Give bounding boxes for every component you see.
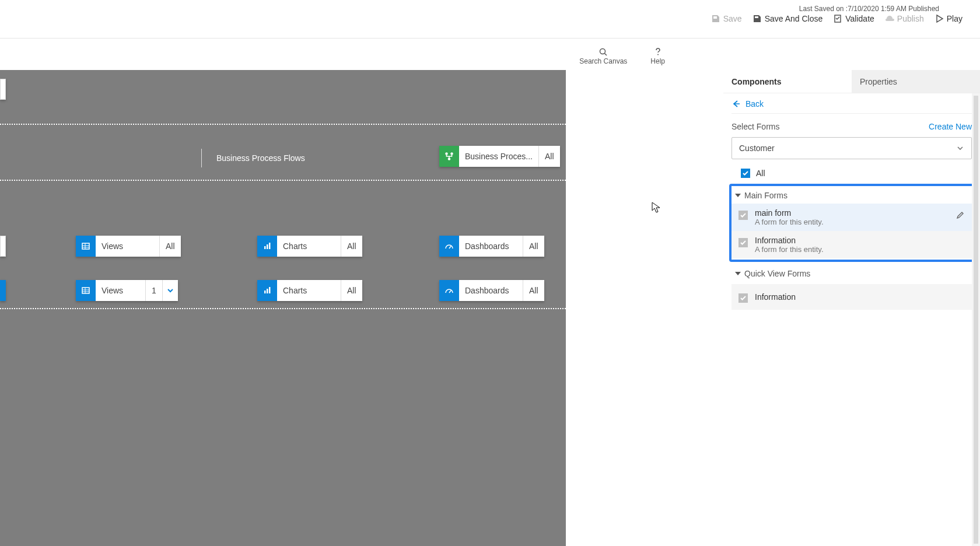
form-item-title: main form — [755, 208, 946, 218]
flow-icon — [439, 146, 459, 167]
help-label: Help — [650, 57, 665, 65]
save-label: Save — [723, 14, 742, 23]
charts-label-row2: Charts — [277, 280, 341, 301]
dashboards-tile-row2[interactable]: Dashboards All — [439, 280, 544, 301]
charts-suffix-row2[interactable]: All — [341, 280, 362, 301]
charts-tile-row1[interactable]: Charts All — [257, 236, 362, 257]
svg-rect-12 — [267, 244, 268, 249]
views-tile-row1[interactable]: Views All — [76, 236, 181, 257]
bpf-label-text: Business Process Flows — [216, 153, 305, 163]
play-label: Play — [947, 14, 963, 23]
play-icon — [935, 14, 944, 23]
checkbox-selected-disabled-icon — [738, 293, 748, 303]
form-item-desc: A form for this entity. — [755, 245, 967, 254]
dashboards-label-row2: Dashboards — [459, 280, 523, 301]
chart-icon — [257, 280, 277, 301]
charts-tile-row2[interactable]: Charts All — [257, 280, 362, 301]
secondary-bar: Search Canvas Help — [0, 42, 682, 70]
clipped-tile-top[interactable] — [0, 79, 6, 100]
svg-rect-19 — [264, 290, 266, 293]
form-item-main[interactable]: main form A form for this entity. — [732, 204, 972, 231]
search-canvas-label: Search Canvas — [579, 57, 627, 65]
top-toolbar: Save Save And Close Validate Publish Pla… — [711, 14, 963, 23]
back-label: Back — [746, 99, 764, 108]
save-button: Save — [711, 14, 742, 23]
form-item-information[interactable]: Information A form for this entity. — [732, 231, 972, 258]
table-icon — [76, 280, 96, 301]
panel-divider — [732, 113, 972, 114]
forms-dropdown[interactable]: Customer — [732, 137, 972, 159]
create-new-link[interactable]: Create New — [929, 122, 972, 131]
dashboards-tile-row1[interactable]: Dashboards All — [439, 236, 544, 257]
dashboards-suffix-row2[interactable]: All — [523, 280, 544, 301]
svg-rect-21 — [269, 287, 271, 293]
play-button[interactable]: Play — [935, 14, 963, 23]
chevron-down-icon — [956, 144, 964, 152]
right-scrollbar[interactable] — [972, 93, 980, 546]
save-and-close-label: Save And Close — [765, 14, 823, 23]
main-forms-header-label: Main Forms — [744, 191, 788, 200]
back-button[interactable]: Back — [732, 99, 972, 108]
views-label-row1: Views — [96, 236, 160, 257]
views-count-row2: 1 — [146, 280, 162, 301]
clipped-tile-row1[interactable] — [0, 236, 6, 257]
caret-down-icon — [735, 272, 741, 275]
bpf-tile[interactable]: Business Proces... All — [439, 146, 560, 167]
all-checkbox-row[interactable]: All — [741, 169, 972, 178]
search-canvas-button[interactable]: Search Canvas — [579, 47, 627, 65]
quick-view-header-label: Quick View Forms — [744, 269, 810, 278]
validate-label: Validate — [845, 14, 874, 23]
form-item-title: Information — [755, 236, 967, 245]
save-and-close-button[interactable]: Save And Close — [752, 14, 823, 23]
tab-components[interactable]: Components — [723, 70, 852, 93]
svg-rect-13 — [269, 243, 271, 249]
table-icon — [76, 236, 96, 257]
help-icon — [653, 47, 663, 57]
main-forms-header[interactable]: Main Forms — [732, 187, 972, 204]
views-suffix-row1[interactable]: All — [160, 236, 181, 257]
tab-properties[interactable]: Properties — [852, 70, 980, 93]
svg-rect-20 — [267, 289, 268, 293]
section-divider-3 — [0, 308, 566, 309]
edit-form-button[interactable] — [953, 208, 967, 222]
svg-point-1 — [600, 48, 606, 54]
canvas-area[interactable]: Business Process Flows Business Proces..… — [0, 70, 566, 546]
checkbox-selected-disabled-icon — [738, 211, 748, 220]
validate-icon — [833, 14, 842, 23]
bpf-tile-suffix[interactable]: All — [539, 146, 560, 167]
validate-button[interactable]: Validate — [833, 14, 874, 23]
select-forms-row: Select Forms Create New — [732, 122, 972, 131]
dropdown-value: Customer — [739, 144, 775, 153]
quick-view-item[interactable]: Information — [732, 284, 972, 310]
section-divider-2 — [0, 180, 566, 181]
section-divider — [0, 124, 566, 125]
views-tile-row2[interactable]: Views 1 — [76, 280, 178, 301]
status-line: Last Saved on :7/10/2020 1:59 AM Publish… — [799, 5, 939, 13]
svg-rect-7 — [82, 243, 89, 249]
all-label: All — [756, 169, 765, 178]
svg-line-14 — [449, 246, 451, 249]
svg-line-2 — [605, 53, 607, 55]
save-close-icon — [752, 14, 762, 23]
charts-suffix-row1[interactable]: All — [341, 236, 362, 257]
checkbox-checked-icon — [741, 169, 750, 178]
chart-icon — [257, 236, 277, 257]
main-forms-highlight: Main Forms main form A form for this ent… — [729, 184, 974, 262]
chevron-down-icon — [166, 286, 174, 295]
panel-body: Back Select Forms Create New Customer Al… — [723, 93, 980, 546]
dashboards-suffix-row1[interactable]: All — [523, 236, 544, 257]
help-button[interactable]: Help — [650, 47, 665, 65]
arrow-left-icon — [732, 99, 741, 108]
gauge-icon — [439, 280, 459, 301]
quick-view-header[interactable]: Quick View Forms — [732, 265, 972, 282]
clipped-tile-row2[interactable] — [0, 280, 6, 301]
mouse-cursor — [652, 202, 661, 214]
toolbar-divider — [0, 38, 980, 38]
bpf-section-label: Business Process Flows — [201, 149, 305, 167]
bpf-tile-label: Business Proces... — [459, 146, 539, 167]
views-chevron-row2[interactable] — [163, 280, 178, 301]
save-icon — [711, 14, 720, 23]
svg-rect-11 — [264, 246, 266, 249]
svg-point-6 — [448, 158, 451, 160]
publish-label: Publish — [897, 14, 924, 23]
